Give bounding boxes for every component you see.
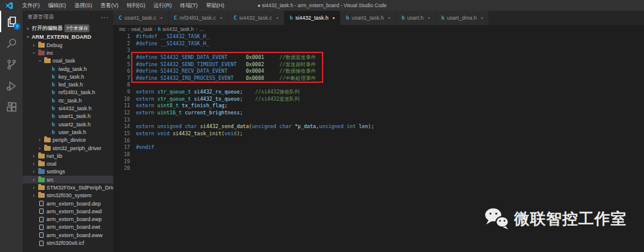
open-editors-section[interactable]: › 打开的编辑器 7个未保存 (23, 24, 113, 33)
chevron-right-icon[interactable]: › (31, 42, 36, 48)
breadcrumb-item[interactable]: … (199, 26, 205, 32)
tree-item-label: periph_device (52, 137, 86, 143)
tab-usart.h[interactable]: husart.h● (396, 11, 436, 25)
line-code (130, 82, 136, 89)
line-code: extern str_queue_t si4432_rx_queue; //si… (130, 89, 300, 96)
chevron-right-icon[interactable]: › (31, 153, 36, 159)
tree-item-settings[interactable]: ›settings (23, 168, 113, 176)
tree-item-label: arm_extern_board.ewt (47, 224, 100, 230)
tree-item-arm_extern_board.eww[interactable]: arm_extern_board.eww (23, 231, 113, 239)
chevron-right-icon[interactable]: › (31, 169, 36, 175)
tree-item-label: iwdg_task.h (58, 66, 87, 72)
explorer-icon[interactable]: 7 (0, 11, 23, 32)
h-file-icon: h (50, 82, 57, 88)
modified-dot-icon[interactable]: ● (160, 16, 163, 20)
menu-item[interactable]: 查看(V) (97, 0, 123, 11)
chevron-right-icon[interactable]: › (31, 192, 36, 198)
line-number: 5 (113, 61, 130, 69)
run-debug-icon[interactable] (0, 75, 23, 97)
line-code: extern void si4432_task_init(void); (130, 130, 243, 138)
menu-item[interactable]: 终端(T) (176, 0, 202, 11)
tree-item-label: arm_extern_board.eww (47, 232, 103, 238)
explorer-actions-icon[interactable]: ··· (101, 14, 109, 21)
tree-item-usart1_task.h[interactable]: husart1_task.h (23, 113, 113, 120)
breadcrumb-separator-icon: › (154, 26, 156, 32)
tab-nrf24l01_task.c[interactable]: Cnrf24l01_task.c● (169, 11, 228, 25)
h-file-icon: h (401, 15, 404, 21)
vscode-logo-icon (5, 2, 13, 10)
tree-item-si4432_task.h[interactable]: hsi4432_task.h (23, 104, 113, 112)
menu-item[interactable]: 选择(S) (70, 0, 97, 11)
tree-item-Debug[interactable]: ›Debug (23, 41, 113, 49)
tree-item-arm_extern_board.ewp[interactable]: arm_extern_board.ewp (23, 216, 113, 223)
tab-usart1_task.c[interactable]: Cusart1_task.c● (113, 11, 169, 25)
code-editor[interactable]: 1#ifndef __SI4432_TASK_H_2#define __SI44… (113, 33, 644, 252)
h-file-icon: h (50, 113, 57, 119)
search-icon[interactable] (0, 32, 23, 54)
menu-item[interactable]: 运行(R) (150, 0, 177, 11)
code-line-4: 4#define SI4432_SEND_DATA_EVENT 0x0001 /… (113, 54, 644, 61)
tab-si4432_task.h[interactable]: hsi4432_task.h● (284, 11, 341, 25)
chevron-right-icon[interactable]: › (31, 177, 36, 183)
chevron-right-icon[interactable]: › (31, 185, 36, 191)
breadcrumb-item[interactable]: inc (119, 26, 126, 32)
tab-usart1_task.h[interactable]: husart1_task.h● (340, 11, 396, 25)
tree-item-osal[interactable]: ›osal (23, 160, 113, 167)
tab-si4432_task.c[interactable]: Csi4432_task.c● (228, 11, 284, 25)
tree-item-label: osal_task (52, 58, 75, 64)
tree-item-stm32f030x8.icf[interactable]: stm32f030x8.icf (23, 239, 113, 247)
breadcrumb-item[interactable]: osal_task (131, 26, 153, 32)
c-file-icon: C (119, 15, 122, 21)
chevron-down-icon[interactable]: › (31, 50, 37, 55)
breadcrumb-item[interactable]: si4432_task.h (163, 26, 194, 32)
chevron-right-icon[interactable]: › (31, 161, 36, 167)
tree-item-STM32F0xx_StdPeriph_Driver[interactable]: ›STM32F0xx_StdPeriph_Driver (23, 183, 113, 191)
tree-item-arm_extern_board.ewd[interactable]: arm_extern_board.ewd (23, 207, 113, 215)
tree-item-net_lib[interactable]: ›net_lib (23, 152, 113, 160)
tree-item-rtc_task.h[interactable]: hrtc_task.h (23, 97, 113, 104)
menu-item[interactable]: 编辑(E) (44, 0, 70, 11)
breadcrumb[interactable]: inc›osal_task›hsi4432_task.h›… (113, 25, 644, 33)
tree-item-iwdg_task.h[interactable]: hiwdg_task.h (23, 65, 113, 73)
modified-dot-icon[interactable]: ● (428, 16, 430, 20)
line-code (130, 158, 136, 166)
modified-dot-icon[interactable]: ● (276, 16, 278, 20)
h-file-icon: h (50, 105, 57, 111)
tree-item-stm32f030_system[interactable]: ›stm32f030_system (23, 192, 113, 200)
menu-item[interactable]: 帮助(H) (202, 0, 229, 11)
extensions-icon[interactable] (0, 97, 23, 118)
line-code: #ifndef __SI4432_TASK_H_ (130, 33, 209, 41)
tree-item-key_task.h[interactable]: hkey_task.h (23, 73, 113, 80)
tree-item-osal_task[interactable]: ›osal_task (23, 57, 113, 65)
tree-item-nrf24l01_task.h[interactable]: hnrf24l01_task.h (23, 89, 113, 97)
tree-item-usart2_task.h[interactable]: husart2_task.h (23, 120, 113, 128)
tree-item-stm32_periph_driver[interactable]: ›stm32_periph_driver (23, 144, 113, 152)
chevron-right-icon[interactable]: › (37, 137, 42, 143)
tab-label: si4432_task.c (239, 15, 272, 21)
tree-item-label: usart2_task.h (58, 122, 91, 127)
tree-item-arm_extern_board.dep[interactable]: arm_extern_board.dep (23, 200, 113, 207)
tree-item-src[interactable]: ›src (23, 176, 113, 183)
line-number: 10 (113, 96, 130, 103)
chevron-right-icon[interactable]: › (37, 145, 42, 151)
code-line-11: 11extern uint8_t tx_finish_flag; (113, 102, 644, 110)
source-control-icon[interactable] (0, 54, 23, 75)
modified-dot-icon[interactable]: ● (333, 16, 335, 20)
modified-dot-icon[interactable]: ● (481, 16, 483, 20)
tree-item-arm_extern_board.ewt[interactable]: arm_extern_board.ewt (23, 223, 113, 231)
folder-icon (38, 185, 45, 190)
tree-item-led_task.h[interactable]: hled_task.h (23, 80, 113, 88)
code-line-5: 5#define SI4432_SEND_TIMEOUT_EVENT 0x000… (113, 61, 644, 69)
modified-dot-icon[interactable]: ● (388, 16, 391, 20)
workspace-root[interactable]: › ARM_EXTERN_BOARD (23, 33, 113, 41)
menu-item[interactable]: 转到(G) (123, 0, 150, 11)
tree-item-user_task.h[interactable]: huser_task.h (23, 128, 113, 136)
code-line-14: 14extern unsigned char si4432_send_data(… (113, 123, 644, 130)
tree-item-periph_device[interactable]: ›periph_device (23, 136, 113, 144)
c-file-icon: C (234, 15, 237, 21)
chevron-down-icon[interactable]: › (37, 58, 43, 64)
modified-dot-icon[interactable]: ● (220, 16, 222, 20)
tree-item-inc[interactable]: ›inc (23, 49, 113, 57)
tab-usart_dma.h[interactable]: husart_dma.h● (436, 11, 489, 25)
menu-item[interactable]: 文件(F) (18, 0, 44, 11)
